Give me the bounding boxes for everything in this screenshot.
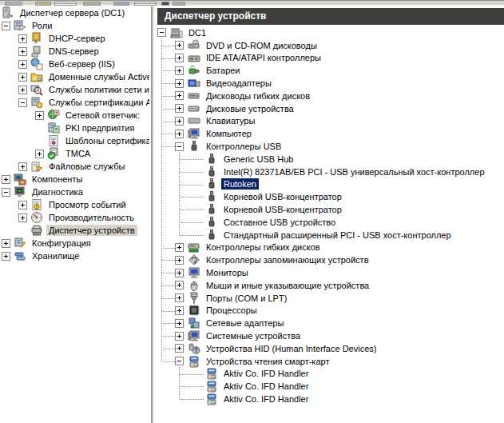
server-tree-item[interactable]: Просмотр событий — [0, 198, 149, 211]
usb-plug-icon — [205, 203, 218, 216]
device-tree-item[interactable]: Мыши и иные указывающие устройства — [154, 279, 504, 292]
collapse-minus-icon[interactable] — [2, 188, 10, 197]
server-tree-item[interactable]: Роли — [0, 19, 149, 32]
tree-item-label: Составное USB устройство — [221, 217, 338, 228]
server-tree-item[interactable]: Производительность — [0, 211, 149, 224]
expand-plus-icon[interactable] — [18, 201, 27, 210]
expand-plus-icon[interactable] — [18, 73, 27, 82]
server-tree-item[interactable]: Диагностика — [0, 186, 149, 198]
tree-connector-line — [179, 210, 204, 210]
server-manager-window: Диспетчер сервера (DC1)РолиDHCP-серверDN… — [0, 0, 504, 423]
tree-connector-line — [161, 248, 177, 249]
collapse-minus-icon[interactable] — [157, 28, 166, 37]
device-tree-item[interactable]: Контроллеры USB — [154, 140, 504, 153]
expander-slot — [2, 252, 14, 261]
device-tree-item[interactable]: Составное USB устройство — [154, 216, 504, 229]
tree-item-label: Процессоры — [204, 305, 260, 316]
device-tree-item[interactable]: Устройства HID (Human Interface Devices) — [154, 342, 504, 355]
expand-plus-icon[interactable] — [18, 47, 27, 56]
toolbar-button[interactable] — [5, 2, 22, 6]
device-tree-item[interactable]: IDE ATA/ATAPI контроллеры — [154, 52, 504, 65]
server-tree-item[interactable]: Диспетчер сервера (DC1) — [0, 6, 149, 19]
expander-slot — [175, 357, 188, 365]
features-icon — [14, 173, 26, 186]
toolbar-button[interactable] — [35, 2, 51, 6]
device-tree-item[interactable]: Корневой USB-концентратор — [154, 203, 504, 216]
expander-slot — [2, 188, 14, 197]
device-tree-item[interactable]: DC1 — [154, 26, 504, 39]
device-tree-item[interactable]: Клавиатуры — [154, 115, 504, 128]
tree-item-label: Корневой USB-концентратор — [221, 204, 344, 215]
toolbar-button[interactable] — [83, 2, 101, 6]
expand-plus-icon[interactable] — [2, 239, 10, 248]
device-tree-item[interactable]: Компьютер — [154, 127, 504, 140]
device-tree-item[interactable]: Системные устройства — [154, 329, 504, 342]
server-tree-item[interactable]: Конфигурация — [0, 237, 149, 249]
tree-item-label: Сетевой ответчик: — [63, 110, 142, 121]
device-tree-item[interactable]: Батареи — [154, 64, 504, 77]
server-tree-item[interactable]: Службы политики сети и — [0, 83, 149, 96]
collapse-minus-icon[interactable] — [18, 98, 27, 107]
device-tree-item[interactable]: Корневой USB-концентратор — [154, 190, 504, 203]
performance-icon — [30, 211, 43, 224]
expand-plus-icon[interactable] — [35, 150, 44, 158]
usb-plug-icon — [205, 178, 218, 190]
server-tree-item[interactable]: Хранилище — [0, 249, 149, 262]
server-tree-item[interactable]: Сетевой ответчик: — [0, 109, 149, 122]
server-tree-item[interactable]: Доменные службы Active — [0, 70, 149, 83]
device-tree-item[interactable]: DVD и CD-ROM дисководы — [154, 39, 504, 52]
expand-plus-icon[interactable] — [18, 213, 27, 222]
device-tree-item[interactable]: Стандартный расширенный PCI - USB хост-к… — [154, 229, 504, 241]
expander-slot — [35, 111, 47, 120]
server-tree-item[interactable]: DHCP-сервер — [0, 32, 149, 45]
expand-plus-icon[interactable] — [2, 252, 10, 261]
device-tree-item[interactable]: Видеоадаптеры — [154, 77, 504, 90]
device-tree-item[interactable]: Процессоры — [154, 305, 504, 317]
device-tree-item[interactable]: Порты (COM и LPT) — [154, 292, 504, 305]
device-tree-item[interactable]: Дисководы гибких дисков — [154, 90, 504, 102]
device-tree-item[interactable]: Intel(R) 82371AB/EB PCI - USB универсаль… — [154, 166, 504, 178]
server-tree-item[interactable]: Диспетчер устройств — [0, 224, 149, 237]
device-tree-item[interactable]: Aktiv Co. IFD Handler — [154, 380, 504, 393]
expand-plus-icon[interactable] — [18, 60, 27, 69]
expand-plus-icon[interactable] — [18, 34, 27, 43]
server-tree-item[interactable]: PKI предприятия — [0, 122, 149, 134]
server-tree-item[interactable]: Веб-сервер (IIS) — [0, 58, 149, 70]
expand-plus-icon[interactable] — [18, 162, 27, 171]
server-tree-item[interactable]: Компоненты — [0, 173, 149, 186]
device-tree-item[interactable]: Устройства чтения смарт-карт — [154, 355, 504, 368]
device-tree-item[interactable]: Aktiv Co. IFD Handler — [154, 393, 504, 405]
tree-connector-line — [161, 122, 177, 122]
device-tree-item[interactable]: Rutoken — [154, 178, 504, 191]
server-tree-item[interactable]: DNS-сервер — [0, 45, 149, 58]
toolbar-button[interactable] — [173, 2, 185, 6]
device-tree-item[interactable]: Контроллеры запоминающих устройств — [154, 253, 504, 266]
toolbar-button[interactable] — [113, 2, 129, 6]
device-tree-item[interactable]: Мониторы — [154, 266, 504, 279]
smartcard-device-icon — [205, 380, 218, 393]
tree-item-label: Intel(R) 82371AB/EB PCI - USB универсаль… — [221, 166, 487, 178]
expand-plus-icon[interactable] — [35, 111, 44, 120]
toolbar-button[interactable] — [54, 2, 77, 6]
device-tree-item[interactable]: Generic USB Hub — [154, 153, 504, 166]
server-tree-item[interactable]: TMCA — [0, 147, 149, 160]
toolbar-button[interactable] — [134, 2, 157, 6]
expand-plus-icon[interactable] — [2, 175, 10, 184]
device-tree-item[interactable]: Сетевые адаптеры — [154, 317, 504, 329]
device-tree-item[interactable]: Контроллеры гибких дисков — [154, 241, 504, 254]
server-tree-item[interactable]: Службы сертификации Ac — [0, 96, 149, 109]
tree-item-label: Порты (COM и LPT) — [204, 293, 289, 304]
tree-item-label: Веб-сервер (IIS) — [46, 58, 117, 70]
usb-plug-icon — [188, 140, 200, 153]
server-tree-item[interactable]: Файловые службы — [0, 160, 149, 173]
tree-connector-line — [161, 109, 177, 110]
device-tree-item[interactable]: Aktiv Co. IFD Handler — [154, 368, 504, 381]
tree-item-label: Клавиатуры — [204, 115, 257, 126]
collapse-minus-icon[interactable] — [2, 22, 10, 30]
server-manager-tree: Диспетчер сервера (DC1)РолиDHCP-серверDN… — [0, 6, 149, 262]
expand-plus-icon[interactable] — [18, 86, 27, 94]
server-tree-item[interactable]: Шаблоны сертификат — [0, 134, 149, 147]
tree-item-label: Хранилище — [30, 250, 81, 261]
toolbar-button[interactable] — [161, 2, 169, 6]
device-tree-item[interactable]: Дисковые устройства — [154, 102, 504, 115]
